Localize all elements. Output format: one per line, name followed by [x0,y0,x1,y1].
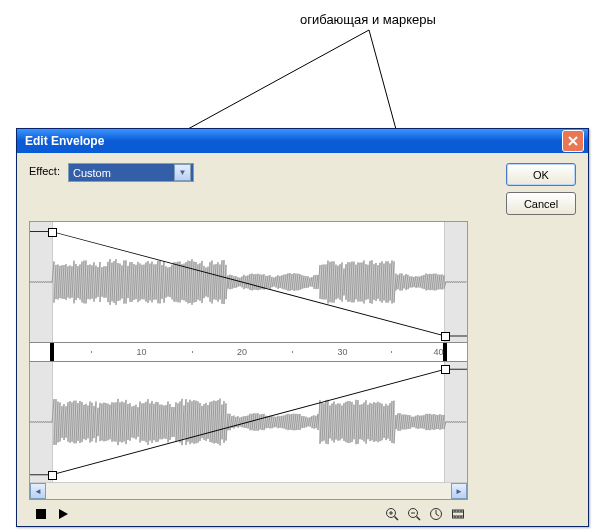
stop-icon [36,509,46,519]
edit-envelope-window: Edit Envelope Effect: Custom ▼ OK Cancel [16,128,589,527]
frames-mode-button[interactable] [448,504,468,524]
envelope-marker[interactable] [48,228,57,237]
time-ruler[interactable]: 10 20 30 40 [30,342,467,362]
svg-line-13 [417,517,421,521]
wave-panel-bottom[interactable] [30,362,467,482]
ok-button[interactable]: OK [506,163,576,186]
close-button[interactable] [562,130,584,152]
side-buttons: OK Cancel [506,163,576,215]
ruler-tick: 20 [237,347,247,357]
envelope-marker[interactable] [48,471,57,480]
clock-icon [429,507,443,521]
envelope-marker[interactable] [441,365,450,374]
frames-icon [451,507,465,521]
top-row: Effect: Custom ▼ OK Cancel [29,163,576,215]
envelope-area: 10 20 30 40 [29,221,468,500]
ruler-in-marker[interactable] [50,343,54,361]
zoom-in-button[interactable] [382,504,402,524]
annotation-label: огибающая и маркеры [300,12,436,27]
play-button[interactable] [53,504,73,524]
close-icon [568,136,578,146]
zoom-out-button[interactable] [404,504,424,524]
ruler-tick: 10 [136,347,146,357]
waveform-bottom [30,362,467,482]
zoom-in-icon [385,507,399,521]
svg-line-9 [395,517,399,521]
window-content: Effect: Custom ▼ OK Cancel [17,153,588,530]
time-mode-button[interactable] [426,504,446,524]
wave-panel-top[interactable] [30,222,467,342]
effect-value: Custom [73,167,111,179]
scroll-track[interactable] [46,483,451,499]
titlebar[interactable]: Edit Envelope [17,129,588,153]
scroll-left-button[interactable]: ◄ [30,483,46,499]
waveform-top [30,222,467,342]
horizontal-scrollbar[interactable]: ◄ ► [30,482,467,499]
window-title: Edit Envelope [25,134,104,148]
play-icon [59,509,68,519]
effect-select[interactable]: Custom ▼ [68,163,194,182]
svg-line-17 [436,514,439,516]
effect-label: Effect: [29,163,60,177]
zoom-out-icon [407,507,421,521]
scroll-right-button[interactable]: ► [451,483,467,499]
cancel-button[interactable]: Cancel [506,192,576,215]
stop-button[interactable] [31,504,51,524]
ruler-tick: 30 [337,347,347,357]
envelope-marker[interactable] [441,332,450,341]
ruler-tick: 40 [434,347,444,357]
toolbar [29,500,470,528]
chevron-down-icon: ▼ [174,164,191,181]
